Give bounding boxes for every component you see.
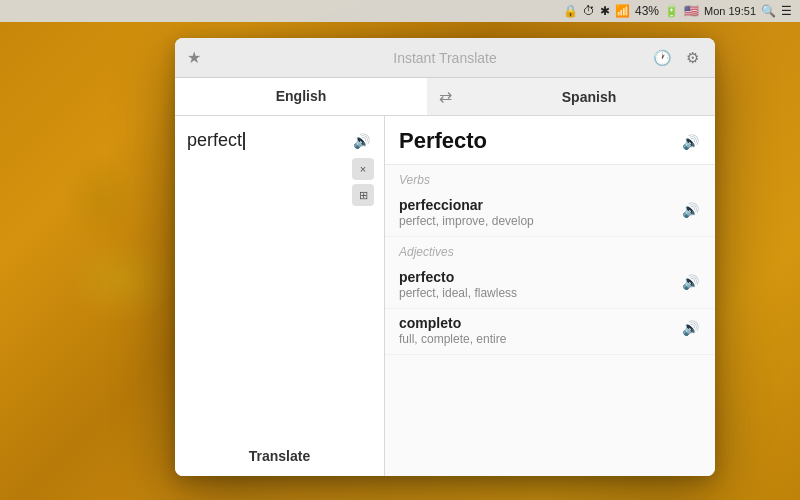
timer-icon: ⏱ [583, 4, 595, 18]
translate-btn-area: Translate [187, 436, 372, 476]
result-item-perfeccionar: perfeccionar perfect, improve, develop 🔊 [385, 191, 715, 237]
swap-languages-button[interactable]: ⇄ [427, 87, 463, 106]
result-def-completo: full, complete, entire [399, 332, 679, 346]
menubar-time: Mon 19:51 [704, 5, 756, 17]
input-panel: perfect 🔊 × ⊞ Translate [175, 116, 385, 476]
app-window: ★ Instant Translate 🕐 ⚙ English ⇄ Spanis… [175, 38, 715, 476]
result-def-perfeccionar: perfect, improve, develop [399, 214, 679, 228]
source-sound-button[interactable]: 🔊 [350, 130, 372, 152]
result-word-perfeccionar: perfeccionar [399, 197, 679, 213]
copy-button[interactable]: ⊞ [352, 184, 374, 206]
result-word-completo: completo [399, 315, 679, 331]
result-item-content-completo: completo full, complete, entire [399, 315, 679, 346]
result-item-content-perfecto: perfecto perfect, ideal, flawless [399, 269, 679, 300]
wifi-icon: 📶 [615, 4, 630, 18]
adjectives-section-label: Adjectives [385, 237, 715, 263]
battery-label: 43% [635, 4, 659, 18]
battery-icon: 🔋 [664, 4, 679, 18]
completo-sound-button[interactable]: 🔊 [679, 317, 701, 339]
gear-button[interactable]: ⚙ [681, 47, 703, 69]
title-bar-right: 🕐 ⚙ [651, 47, 703, 69]
perfecto-sound-button[interactable]: 🔊 [679, 271, 701, 293]
result-word-perfecto: perfecto [399, 269, 679, 285]
result-main-word: Perfecto [399, 128, 487, 154]
star-icon[interactable]: ★ [187, 48, 201, 67]
target-language-button[interactable]: Spanish [463, 78, 715, 115]
result-panel: Perfecto 🔊 Verbs perfeccionar perfect, i… [385, 116, 715, 476]
language-selector-row: English ⇄ Spanish [175, 78, 715, 116]
verbs-section-label: Verbs [385, 165, 715, 191]
perfeccionar-sound-button[interactable]: 🔊 [679, 199, 701, 221]
search-icon[interactable]: 🔍 [761, 4, 776, 18]
result-def-perfecto: perfect, ideal, flawless [399, 286, 679, 300]
content-area: perfect 🔊 × ⊞ Translate Perfecto 🔊 Verbs [175, 116, 715, 476]
input-row: perfect 🔊 [187, 128, 372, 153]
bluetooth-icon: ✱ [600, 4, 610, 18]
app-title: Instant Translate [393, 50, 497, 66]
cursor [243, 132, 245, 150]
translate-button[interactable]: Translate [249, 448, 310, 464]
flag-icon: 🇺🇸 [684, 4, 699, 18]
menubar: 🔒 ⏱ ✱ 📶 43% 🔋 🇺🇸 Mon 19:51 🔍 ☰ [0, 0, 800, 22]
clear-button[interactable]: × [352, 158, 374, 180]
lock-icon: 🔒 [563, 4, 578, 18]
result-main-sound-button[interactable]: 🔊 [679, 131, 701, 153]
input-actions: × ⊞ [352, 158, 374, 206]
result-item-completo: completo full, complete, entire 🔊 [385, 309, 715, 355]
title-bar: ★ Instant Translate 🕐 ⚙ [175, 38, 715, 78]
result-item-content: perfeccionar perfect, improve, develop [399, 197, 679, 228]
menu-icon[interactable]: ☰ [781, 4, 792, 18]
result-item-perfecto: perfecto perfect, ideal, flawless 🔊 [385, 263, 715, 309]
title-bar-left: ★ [187, 48, 201, 67]
clock-button[interactable]: 🕐 [651, 47, 673, 69]
menubar-icons: 🔒 ⏱ ✱ 📶 43% 🔋 🇺🇸 Mon 19:51 🔍 ☰ [563, 4, 792, 18]
result-main: Perfecto 🔊 [385, 116, 715, 165]
input-word: perfect [187, 130, 242, 150]
source-text[interactable]: perfect [187, 128, 350, 153]
source-language-button[interactable]: English [175, 78, 427, 115]
